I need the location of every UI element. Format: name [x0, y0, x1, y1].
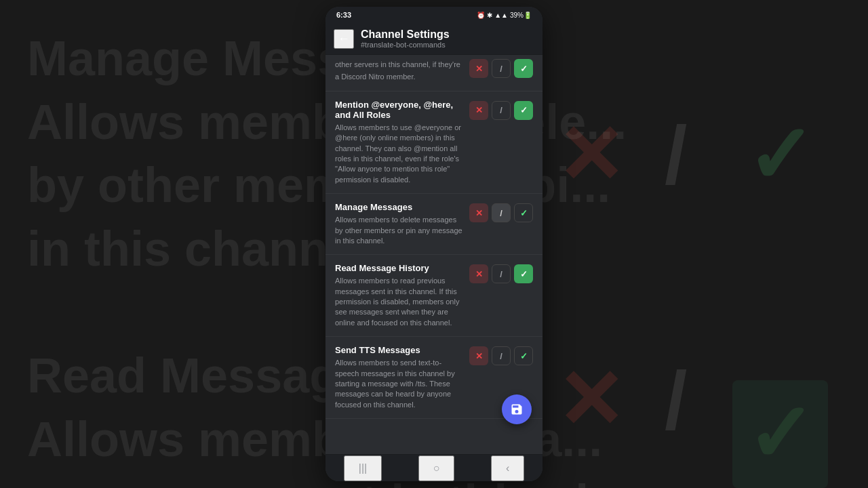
mention-everyone-title: Mention @everyone, @here, and All Roles — [335, 100, 464, 120]
manage-messages-deny-btn[interactable]: ✕ — [469, 203, 488, 222]
manage-messages-desc: Allows members to delete messages by oth… — [335, 215, 464, 246]
channel-name: #translate-bot-commands — [361, 41, 450, 49]
mention-everyone-neutral-btn[interactable]: / — [492, 101, 511, 120]
page-title: Channel Settings — [361, 28, 450, 41]
send-tts-allow-btn[interactable]: ✓ — [514, 346, 533, 365]
save-fab-button[interactable] — [502, 394, 532, 424]
manage-messages-neutral-btn[interactable]: / — [492, 203, 511, 222]
mention-everyone-deny-btn[interactable]: ✕ — [469, 101, 488, 120]
permission-row-manage-messages: Manage Messages Allows members to delete… — [326, 194, 542, 255]
read-history-deny-btn[interactable]: ✕ — [469, 264, 488, 283]
manage-messages-title: Manage Messages — [335, 202, 464, 212]
status-time: 6:33 — [336, 11, 351, 19]
send-tts-title: Send TTS Messages — [335, 345, 464, 355]
bluetooth-icon: ✱ — [487, 12, 492, 19]
mention-everyone-allow-btn[interactable]: ✓ — [514, 101, 533, 120]
bg-neutral-icon-2: / — [665, 354, 687, 447]
fab-spacer — [326, 419, 542, 454]
partial-allow-btn[interactable]: ✓ — [514, 59, 533, 78]
send-tts-desc: Allows members to send text-to-speech me… — [335, 358, 464, 410]
partial-controls: ✕ / ✓ — [469, 58, 533, 78]
bg-deny-icon-2: ✕ — [556, 353, 625, 447]
header: ← Channel Settings #translate-bot-comman… — [326, 23, 542, 55]
manage-messages-controls: ✕ / ✓ — [469, 202, 533, 222]
read-history-controls: ✕ / ✓ — [469, 263, 533, 283]
partial-permission-row: other servers in this channel, if they'r… — [326, 55, 542, 92]
read-history-neutral-btn[interactable]: / — [492, 264, 511, 283]
bg-allow-icon-2: ✓ — [732, 380, 828, 488]
alarm-icon: ⏰ — [477, 12, 485, 19]
read-history-title: Read Message History — [335, 263, 464, 273]
header-text-container: Channel Settings #translate-bot-commands — [361, 28, 450, 49]
read-history-allow-btn[interactable]: ✓ — [514, 264, 533, 283]
back-button[interactable]: ← — [334, 29, 354, 49]
permission-row-mention-everyone: Mention @everyone, @here, and All Roles … — [326, 92, 542, 194]
phone-frame: 6:33 ⏰ ✱ ▲▲ 39%🔋 ← Channel Settings #tra… — [326, 7, 542, 481]
send-tts-deny-btn[interactable]: ✕ — [469, 346, 488, 365]
mention-everyone-desc: Allows members to use @everyone or @here… — [335, 123, 464, 185]
status-bar: 6:33 ⏰ ✱ ▲▲ 39%🔋 — [326, 7, 542, 23]
bg-deny-icon: ✕ — [556, 108, 625, 203]
partial-description: other servers in this channel, if they'r… — [335, 60, 460, 81]
send-tts-controls: ✕ / ✓ — [469, 345, 533, 365]
nav-home-button[interactable]: ○ — [418, 455, 455, 481]
permissions-content[interactable]: other servers in this channel, if they'r… — [326, 55, 542, 454]
nav-menu-button[interactable]: ||| — [344, 455, 382, 481]
read-history-desc: Allows members to read previous messages… — [335, 276, 464, 328]
save-icon — [510, 403, 524, 416]
mention-everyone-controls: ✕ / ✓ — [469, 100, 533, 120]
battery-text: 39%🔋 — [510, 12, 532, 19]
nav-bar: ||| ○ ‹ — [326, 454, 542, 481]
bg-neutral-icon: / — [665, 108, 687, 202]
signal-icon: ▲▲ — [494, 12, 508, 19]
status-icons: ⏰ ✱ ▲▲ 39%🔋 — [477, 12, 532, 19]
partial-deny-btn[interactable]: ✕ — [469, 59, 488, 78]
send-tts-neutral-btn[interactable]: / — [492, 346, 511, 365]
permission-row-read-history: Read Message History Allows members to r… — [326, 255, 542, 337]
manage-messages-allow-btn[interactable]: ✓ — [514, 203, 533, 222]
bg-allow-icon: ✓ — [746, 108, 814, 203]
partial-neutral-btn[interactable]: / — [492, 59, 511, 78]
nav-back-button[interactable]: ‹ — [491, 455, 524, 481]
